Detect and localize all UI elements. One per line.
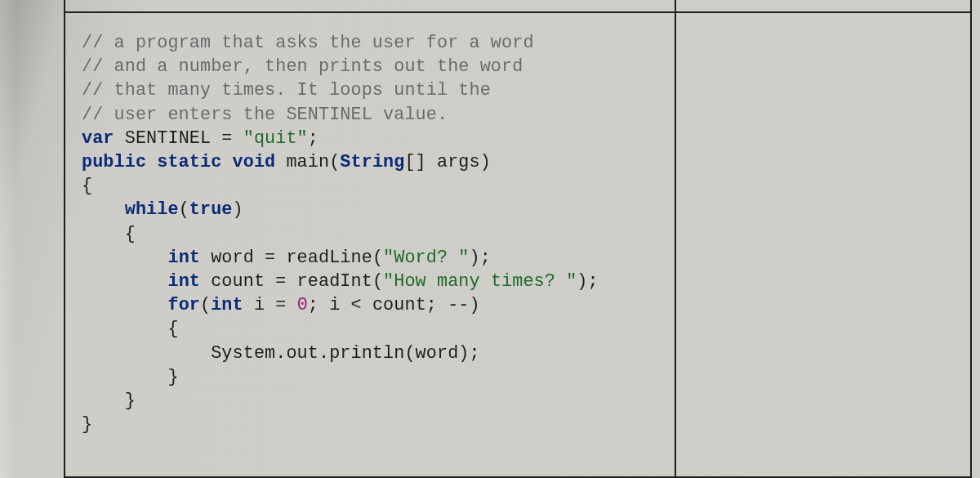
str-quit: "quit" [243,128,308,149]
kw-while: while [125,199,179,220]
scanned-page: // a program that asks the user for a wo… [0,0,980,478]
indent-3 [82,271,167,292]
txt-semi-2: ); [470,248,491,268]
num-zero: 0 [297,295,308,315]
answer-column [676,0,970,476]
txt-args: [] args) [404,152,490,172]
code-comment-3: // that many times. It loops until the [82,80,491,101]
txt-for-rest: ; i < count; --) [308,295,480,315]
str-howmany: "How many times? " [383,271,577,292]
kw-true: true [189,199,233,220]
txt-semi-1: ; [308,128,318,149]
txt-semi-3: ); [577,271,598,292]
txt-sentinel-eq: SENTINEL = [114,128,243,149]
txt-main-open: main( [275,152,340,172]
str-word: "Word? " [383,248,469,268]
brace-close-1: } [82,414,92,435]
kw-public-static-void: public static void [82,152,275,172]
txt-word-read: word = readLine( [200,248,383,268]
code-column: // a program that asks the user for a wo… [65,0,676,476]
txt-count-read: count = readInt( [200,271,383,292]
type-int-1: int [167,248,200,268]
paren-open-2: ( [200,295,211,315]
paren-open-1: ( [179,199,189,220]
kw-var: var [82,128,114,149]
indent-2 [82,248,167,268]
type-int-3: int [211,295,243,315]
brace-close-3: } [82,367,179,387]
worksheet-table: // a program that asks the user for a wo… [64,0,972,478]
code-comment-2: // and a number, then prints out the wor… [82,56,523,77]
code-comment-1: // a program that asks the user for a wo… [82,33,534,53]
header-row-right [676,0,970,13]
type-string: String [340,152,404,172]
header-row-left [65,0,675,13]
brace-close-2: } [82,391,136,411]
page-glare [0,0,16,478]
indent-1 [82,199,125,220]
code-block: // a program that asks the user for a wo… [65,13,675,451]
brace-open-2: { [82,224,136,244]
brace-open-1: { [82,176,92,196]
paren-close-1: ) [233,199,243,220]
indent-4 [82,295,167,315]
type-int-2: int [167,271,200,292]
kw-for: for [167,295,200,315]
brace-open-3: { [82,319,179,339]
txt-i-eq: i = [243,295,297,315]
code-comment-4: // user enters the SENTINEL value. [82,105,448,125]
txt-println: System.out.println(word); [82,343,480,364]
